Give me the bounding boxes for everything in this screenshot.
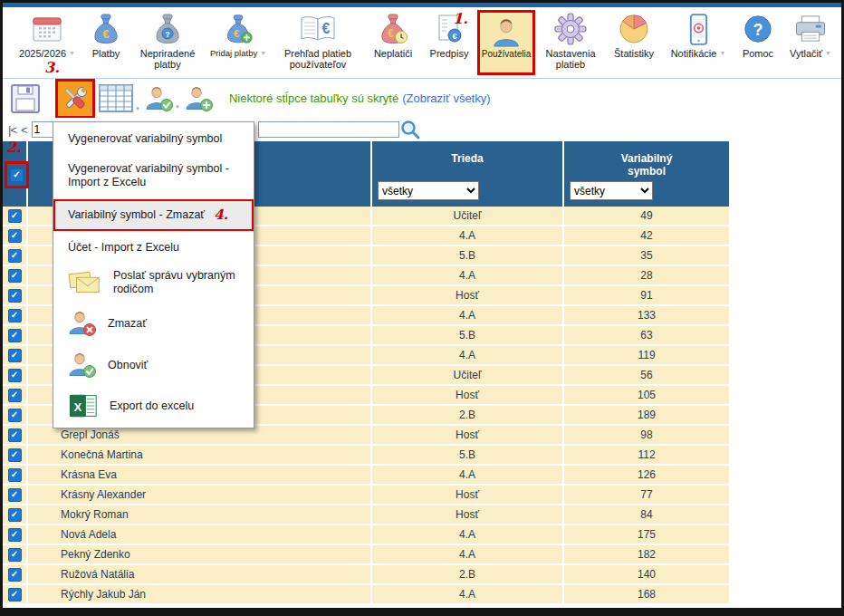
toolbar-item-prehlad-platieb[interactable]: €Prehľad platieb používateľov	[273, 10, 363, 70]
table-row: ✓Nová Adela4.A175	[3, 525, 729, 545]
menu-item-2[interactable]: Vygenerovať variabilný symbol - Import z…	[53, 154, 254, 197]
row-checkbox[interactable]: ✓	[8, 309, 22, 322]
header-trieda-cell: Trieda všetky	[372, 141, 564, 207]
variable-symbol-filter-select[interactable]: všetky	[570, 181, 653, 200]
toolbar-item-nastavenia-platieb[interactable]: Nastavenia platieb	[537, 10, 604, 70]
toolbar-item-labelrow: Používatelia	[482, 49, 531, 60]
menu-item-label: Export do excelu	[110, 399, 194, 413]
toolbar-item-labelrow: Notifikácie▼	[671, 48, 726, 59]
columns-button[interactable]: ▼	[98, 83, 140, 114]
calendar-icon	[32, 10, 62, 48]
row-checkbox-cell: ✓	[3, 585, 28, 603]
printer-icon	[792, 10, 829, 48]
toolbar-item-statistiky[interactable]: Štatistiky	[606, 10, 662, 59]
menu-item-5[interactable]: Poslať správu vybraným rodičom	[53, 263, 254, 303]
trieda-cell: Hosť	[372, 486, 564, 504]
row-checkbox[interactable]: ✓	[8, 528, 22, 542]
trieda-cell: Učiteľ	[372, 207, 564, 225]
phone-icon	[687, 10, 710, 48]
annotation-box-select-all: ✓	[5, 161, 29, 188]
menu-item-8[interactable]: XExport do excelu	[53, 386, 254, 426]
row-checkbox[interactable]: ✓	[8, 588, 22, 602]
user-name-cell: Mokrý Roman	[28, 505, 372, 524]
variable-symbol-cell: 42	[564, 226, 729, 245]
toolbar-item-label: Platby	[92, 48, 120, 59]
trieda-cell: 5.B	[372, 246, 564, 265]
row-checkbox[interactable]: ✓	[8, 448, 22, 462]
row-checkbox[interactable]: ✓	[8, 229, 22, 243]
menu-item-4[interactable]: Účet - Import z Excelu	[53, 233, 254, 263]
row-checkbox[interactable]: ✓	[8, 349, 22, 362]
toolbar-item-platby[interactable]: €Platby	[82, 10, 129, 59]
toolbar-item-labelrow: Pridaj platby▼	[210, 48, 266, 59]
row-checkbox[interactable]: ✓	[8, 269, 22, 283]
row-checkbox[interactable]: ✓	[8, 389, 22, 402]
toolbar-item-label: Pridaj platby	[210, 48, 257, 59]
row-checkbox[interactable]: ✓	[8, 488, 22, 502]
dropdown-arrow-icon[interactable]: ▼	[175, 104, 180, 110]
menu-item-label: Zmazať	[108, 317, 147, 331]
variable-symbol-cell: 140	[564, 565, 729, 583]
toolbar-item-pomoc[interactable]: ?Pomoc	[734, 10, 782, 59]
menu-item-6[interactable]: Zmazať	[53, 303, 254, 344]
toolbar-item-nepriradene-platby[interactable]: ?Nepriradené platby	[131, 10, 204, 70]
select-all-checkbox[interactable]: ✓	[10, 168, 24, 182]
search-input[interactable]	[258, 121, 399, 138]
toolbar-item-label: Nastavenia platieb	[537, 48, 604, 70]
row-checkbox-cell: ✓	[3, 406, 28, 424]
dropdown-arrow-icon[interactable]: ▼	[719, 50, 725, 56]
row-checkbox[interactable]: ✓	[8, 289, 22, 303]
toolbar-item-label: Neplatiči	[374, 48, 412, 59]
pagination-first-button[interactable]: |<	[8, 123, 16, 137]
save-button[interactable]	[10, 83, 41, 114]
menu-item-1[interactable]: Vygenerovať variabilný symbol	[53, 124, 254, 154]
row-checkbox[interactable]: ✓	[8, 249, 22, 263]
row-checkbox[interactable]: ✓	[8, 329, 22, 342]
search-icon[interactable]	[399, 119, 421, 140]
table-row: ✓Mokrý RomanHosť84	[3, 505, 729, 525]
table-row: ✓Grepl JonášHosť98	[3, 426, 729, 446]
row-checkbox[interactable]: ✓	[8, 508, 22, 522]
toolbar-item-vytlacit[interactable]: Vytlačiť▼	[783, 10, 838, 59]
pagination-prev-button[interactable]: <	[21, 123, 27, 137]
row-checkbox[interactable]: ✓	[8, 548, 22, 562]
trieda-cell: 5.B	[372, 326, 564, 344]
dropdown-arrow-icon[interactable]: ▼	[135, 106, 140, 111]
menu-item-7[interactable]: Obnoviť	[53, 344, 254, 386]
menu-item-label: Variabilný symbol - Zmazať	[68, 208, 205, 221]
row-checkbox[interactable]: ✓	[8, 409, 22, 422]
row-checkbox[interactable]: ✓	[8, 568, 22, 582]
toolbar-item-school-year[interactable]: 2025/2026▼	[14, 10, 81, 59]
dropdown-arrow-icon[interactable]: ▼	[260, 50, 266, 56]
row-checkbox-cell: ✓	[3, 525, 28, 544]
dropdown-arrow-icon[interactable]: ▼	[825, 50, 831, 56]
svg-text:€: €	[452, 32, 456, 41]
svg-text:€: €	[102, 27, 109, 41]
toolbar-item-notifikacie[interactable]: Notifikácie▼	[664, 10, 733, 59]
show-all-columns-link[interactable]: (Zobraziť všetky)	[402, 91, 490, 105]
toolbar-item-pridaj-platby[interactable]: €Pridaj platby▼	[206, 10, 271, 59]
add-user-button[interactable]	[185, 85, 214, 112]
toolbar-item-label: Vytlačiť	[790, 48, 822, 59]
row-checkbox[interactable]: ✓	[8, 369, 22, 382]
trieda-cell: 4.A	[372, 226, 564, 245]
row-checkbox-cell: ✓	[3, 565, 28, 583]
dropdown-arrow-icon[interactable]: ▼	[87, 108, 92, 113]
row-checkbox-cell: ✓	[3, 446, 28, 464]
row-checkbox[interactable]: ✓	[8, 468, 22, 482]
variable-symbol-cell: 175	[564, 525, 729, 544]
trieda-cell: 2.B	[372, 406, 564, 424]
svg-text:€: €	[388, 27, 394, 40]
trieda-filter-select[interactable]: všetky	[378, 181, 479, 200]
row-checkbox[interactable]: ✓	[8, 428, 22, 442]
confirm-users-button[interactable]: ▼	[145, 85, 180, 112]
tools-button[interactable]: ▼	[55, 79, 95, 119]
trieda-cell: 4.A	[372, 466, 564, 484]
column-title-trieda: Trieda	[372, 152, 562, 165]
toolbar-item-neplatici[interactable]: €Neplatiči	[365, 10, 421, 59]
toolbar-item-pouzivatelia[interactable]: Používatelia	[477, 10, 535, 75]
row-checkbox[interactable]: ✓	[8, 209, 22, 223]
dropdown-arrow-icon[interactable]: ▼	[69, 50, 75, 56]
toolbar-item-labelrow: 2025/2026▼	[19, 48, 75, 59]
menu-item-3[interactable]: Variabilný symbol - Zmazať4.	[53, 199, 254, 231]
